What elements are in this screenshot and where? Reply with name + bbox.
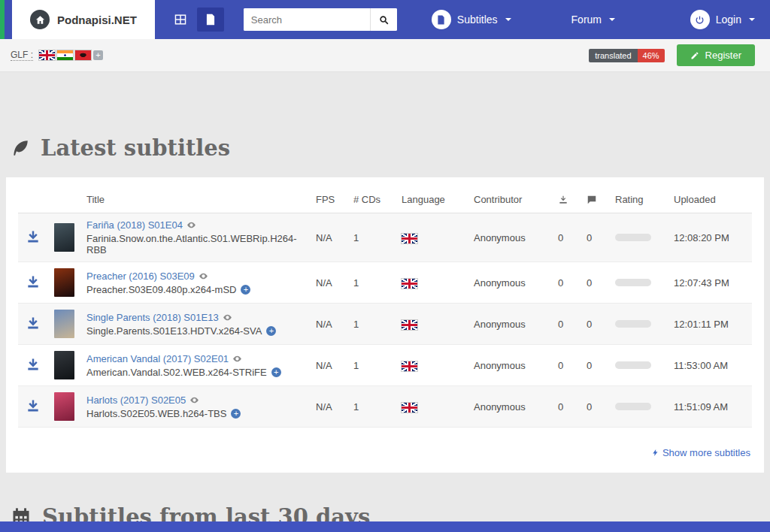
table-row: American Vandal (2017) S02E01 American.V…: [18, 345, 752, 386]
subtitle-title-link[interactable]: American Vandal (2017) S02E01: [86, 353, 229, 364]
poster-thumbnail[interactable]: [54, 310, 74, 338]
forum-menu-label: Forum: [571, 14, 602, 26]
grid-view-button[interactable]: [167, 8, 194, 32]
rating-bar: [615, 234, 651, 241]
table-row: Preacher (2016) S03E09 Preacher.S03E09.4…: [18, 262, 752, 304]
comments-count: 0: [581, 262, 609, 304]
table-row: Harlots (2017) S02E05 Harlots.S02E05.WEB…: [18, 386, 752, 428]
view-toggle-group: [167, 8, 224, 32]
header-uploaded[interactable]: Uploaded: [668, 185, 752, 213]
contributor-name: Anonymous: [468, 213, 552, 262]
downloads-count: 0: [552, 345, 581, 386]
document-icon: [205, 14, 216, 26]
uploaded-time: 12:07:43 PM: [668, 262, 752, 304]
eye-icon: [189, 395, 199, 405]
header-cds[interactable]: # CDs: [347, 185, 396, 213]
quill-icon: [11, 138, 30, 158]
cds-value: 1: [347, 213, 396, 262]
header-title[interactable]: Title: [80, 185, 310, 213]
header-language[interactable]: Language: [396, 185, 468, 213]
show-more-link[interactable]: Show more subtitles: [651, 447, 750, 458]
fps-value: N/A: [310, 345, 347, 386]
download-icon[interactable]: [26, 357, 41, 372]
add-language-button[interactable]: +: [93, 50, 103, 60]
pencil-icon: [690, 51, 699, 60]
register-button[interactable]: Register: [677, 44, 755, 66]
add-release-icon[interactable]: +: [231, 409, 241, 419]
language-flag-hindi[interactable]: [57, 50, 73, 60]
table-row: Fariña (2018) S01E04 Farinia.Snow.on.the…: [18, 213, 752, 262]
subbar-right: translated 46% Register: [589, 44, 759, 66]
download-icon[interactable]: [26, 274, 41, 289]
top-navbar: Podnapisi.NET: [0, 0, 770, 39]
nav-right: Login: [690, 10, 755, 29]
latest-subtitles-title: Latest subtitles: [41, 135, 230, 161]
table-row: Single Parents (2018) S01E13 Single.Pare…: [18, 304, 752, 345]
subtitle-title-link[interactable]: Fariña (2018) S01E04: [86, 219, 183, 231]
downloads-count: 0: [552, 386, 581, 428]
header-fps[interactable]: FPS: [310, 185, 347, 213]
table-header-row: Title FPS # CDs Language Contributor Rat…: [18, 185, 752, 213]
language-filter-bar: GLF : + translated 46% Register: [0, 39, 770, 72]
release-name: Harlots.S02E05.WEB.h264-TBS: [86, 408, 226, 419]
comments-count: 0: [581, 345, 609, 386]
glf-label[interactable]: GLF :: [11, 50, 33, 61]
search-icon: [378, 14, 390, 26]
page: Podnapisi.NET: [0, 0, 770, 532]
comments-count: 0: [581, 386, 609, 428]
fps-value: N/A: [310, 386, 347, 428]
language-flag-albanian[interactable]: [75, 50, 91, 60]
poster-thumbnail[interactable]: [54, 223, 74, 252]
search-button[interactable]: [370, 8, 397, 31]
login-menu[interactable]: Login: [690, 10, 755, 29]
brand-home-tab[interactable]: Podnapisi.NET: [12, 0, 155, 39]
nav-accent: [0, 0, 5, 39]
downloads-count-icon: [552, 185, 581, 213]
eye-icon: [186, 220, 196, 230]
comments-count: 0: [581, 213, 609, 262]
header-contributor[interactable]: Contributor: [468, 185, 552, 213]
subtitle-title-link[interactable]: Harlots (2017) S02E05: [86, 394, 186, 406]
subtitles-menu[interactable]: Subtitles: [432, 10, 511, 29]
add-release-icon[interactable]: +: [271, 367, 281, 377]
contributor-name: Anonymous: [468, 386, 552, 428]
login-menu-label: Login: [716, 14, 741, 26]
forum-menu[interactable]: Forum: [571, 14, 615, 26]
language-flag-english: [402, 320, 417, 330]
download-icon[interactable]: [26, 398, 41, 413]
downloads-count: 0: [552, 213, 581, 262]
poster-thumbnail[interactable]: [54, 268, 74, 297]
power-icon: [690, 10, 710, 29]
eye-icon: [223, 313, 232, 322]
subtitles-menu-label: Subtitles: [457, 14, 498, 26]
release-name: Preacher.S03E09.480p.x264-mSD: [86, 284, 236, 295]
subtitle-title-link[interactable]: Preacher (2016) S03E09: [86, 271, 195, 282]
comments-count: 0: [581, 304, 609, 345]
cds-value: 1: [347, 304, 396, 345]
add-release-icon[interactable]: +: [241, 285, 250, 295]
add-release-icon[interactable]: +: [266, 326, 276, 336]
download-icon[interactable]: [26, 316, 41, 331]
contributor-name: Anonymous: [468, 345, 552, 386]
cds-value: 1: [347, 386, 396, 428]
fps-value: N/A: [310, 304, 347, 345]
language-flag-english[interactable]: [39, 50, 55, 60]
downloads-count: 0: [552, 262, 581, 304]
translated-label: translated: [589, 49, 637, 62]
header-poster: [48, 185, 80, 213]
poster-thumbnail[interactable]: [54, 392, 74, 421]
download-icon[interactable]: [26, 229, 41, 244]
header-rating[interactable]: Rating: [609, 185, 668, 213]
cds-value: 1: [347, 262, 396, 304]
home-icon: [30, 10, 50, 29]
search-input[interactable]: [244, 8, 370, 31]
latest-subtitles-card: Title FPS # CDs Language Contributor Rat…: [6, 177, 764, 473]
list-view-button[interactable]: [197, 8, 224, 32]
subtitles-icon: [432, 10, 451, 29]
language-flag-english: [402, 403, 417, 413]
language-flag-english: [402, 234, 417, 243]
eye-icon: [199, 271, 208, 281]
subtitle-title-link[interactable]: Single Parents (2018) S01E13: [86, 312, 219, 323]
poster-thumbnail[interactable]: [54, 351, 74, 379]
chevron-down-icon: [609, 18, 615, 21]
